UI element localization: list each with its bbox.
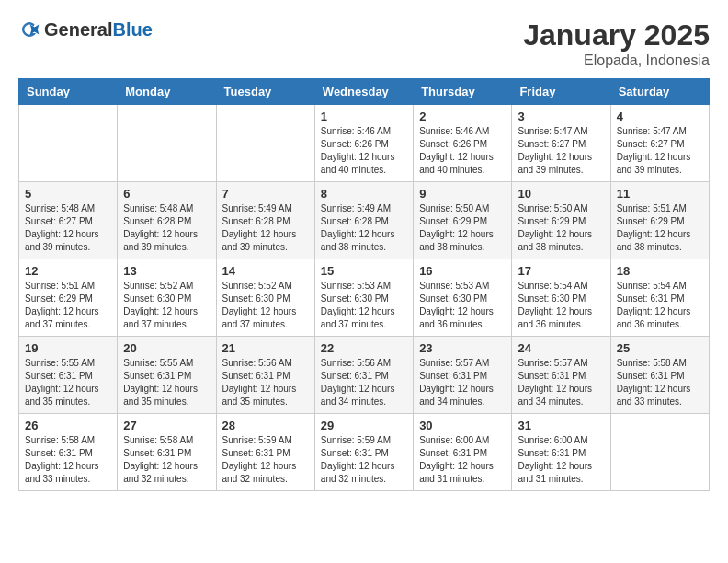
day-number: 16 bbox=[419, 264, 506, 278]
day-info: Sunrise: 5:48 AM Sunset: 6:28 PM Dayligh… bbox=[123, 202, 210, 254]
table-row: 25Sunrise: 5:58 AM Sunset: 6:31 PM Dayli… bbox=[610, 337, 709, 414]
day-info: Sunrise: 5:48 AM Sunset: 6:27 PM Dayligh… bbox=[25, 202, 111, 254]
table-row: 14Sunrise: 5:52 AM Sunset: 6:30 PM Dayli… bbox=[216, 259, 314, 337]
calendar-week-row: 5Sunrise: 5:48 AM Sunset: 6:27 PM Daylig… bbox=[19, 182, 710, 259]
day-info: Sunrise: 5:56 AM Sunset: 6:31 PM Dayligh… bbox=[321, 357, 407, 408]
day-info: Sunrise: 5:46 AM Sunset: 6:26 PM Dayligh… bbox=[419, 125, 506, 177]
table-row: 30Sunrise: 6:00 AM Sunset: 6:31 PM Dayli… bbox=[414, 414, 512, 491]
day-info: Sunrise: 5:47 AM Sunset: 6:27 PM Dayligh… bbox=[617, 125, 703, 177]
day-number: 19 bbox=[25, 341, 111, 355]
table-row: 24Sunrise: 5:57 AM Sunset: 6:31 PM Dayli… bbox=[512, 337, 610, 414]
table-row: 21Sunrise: 5:56 AM Sunset: 6:31 PM Dayli… bbox=[216, 337, 314, 414]
day-number: 3 bbox=[518, 109, 604, 123]
day-number: 25 bbox=[617, 341, 703, 355]
page-header: GeneralBlue January 2025 Elopada, Indone… bbox=[18, 18, 710, 69]
header-tuesday: Tuesday bbox=[216, 79, 314, 105]
day-number: 31 bbox=[518, 419, 604, 432]
day-info: Sunrise: 5:55 AM Sunset: 6:31 PM Dayligh… bbox=[123, 357, 210, 408]
day-info: Sunrise: 5:50 AM Sunset: 6:29 PM Dayligh… bbox=[419, 202, 506, 254]
day-info: Sunrise: 5:49 AM Sunset: 6:28 PM Dayligh… bbox=[321, 202, 407, 254]
table-row: 4Sunrise: 5:47 AM Sunset: 6:27 PM Daylig… bbox=[610, 105, 709, 182]
header-friday: Friday bbox=[512, 79, 610, 105]
table-row: 18Sunrise: 5:54 AM Sunset: 6:31 PM Dayli… bbox=[610, 259, 709, 337]
day-number: 18 bbox=[617, 264, 703, 278]
day-info: Sunrise: 5:59 AM Sunset: 6:31 PM Dayligh… bbox=[321, 434, 407, 486]
day-info: Sunrise: 5:46 AM Sunset: 6:26 PM Dayligh… bbox=[321, 125, 407, 177]
logo-blue-text: Blue bbox=[112, 19, 152, 40]
day-number: 9 bbox=[419, 187, 506, 201]
logo-icon bbox=[18, 18, 40, 40]
day-info: Sunrise: 5:53 AM Sunset: 6:30 PM Dayligh… bbox=[419, 280, 506, 331]
table-row: 2Sunrise: 5:46 AM Sunset: 6:26 PM Daylig… bbox=[414, 105, 512, 182]
day-number: 20 bbox=[123, 341, 210, 355]
table-row: 29Sunrise: 5:59 AM Sunset: 6:31 PM Dayli… bbox=[314, 414, 413, 491]
day-number: 22 bbox=[321, 341, 407, 355]
day-info: Sunrise: 5:52 AM Sunset: 6:30 PM Dayligh… bbox=[222, 280, 309, 331]
day-number: 14 bbox=[222, 264, 309, 278]
header-thursday: Thursday bbox=[414, 79, 512, 105]
table-row bbox=[19, 105, 118, 182]
calendar-header-row: Sunday Monday Tuesday Wednesday Thursday… bbox=[19, 79, 710, 105]
month-title: January 2025 bbox=[523, 18, 710, 52]
day-number: 28 bbox=[222, 419, 309, 432]
table-row: 3Sunrise: 5:47 AM Sunset: 6:27 PM Daylig… bbox=[512, 105, 610, 182]
day-number: 15 bbox=[321, 264, 407, 278]
day-number: 6 bbox=[123, 187, 210, 201]
day-number: 8 bbox=[321, 187, 407, 201]
day-info: Sunrise: 5:52 AM Sunset: 6:30 PM Dayligh… bbox=[123, 280, 210, 331]
table-row: 23Sunrise: 5:57 AM Sunset: 6:31 PM Dayli… bbox=[414, 337, 512, 414]
table-row: 15Sunrise: 5:53 AM Sunset: 6:30 PM Dayli… bbox=[314, 259, 413, 337]
calendar-week-row: 1Sunrise: 5:46 AM Sunset: 6:26 PM Daylig… bbox=[19, 105, 710, 182]
day-info: Sunrise: 5:53 AM Sunset: 6:30 PM Dayligh… bbox=[321, 280, 407, 331]
header-wednesday: Wednesday bbox=[314, 79, 413, 105]
day-info: Sunrise: 5:57 AM Sunset: 6:31 PM Dayligh… bbox=[518, 357, 604, 408]
calendar-week-row: 19Sunrise: 5:55 AM Sunset: 6:31 PM Dayli… bbox=[19, 337, 710, 414]
table-row: 12Sunrise: 5:51 AM Sunset: 6:29 PM Dayli… bbox=[19, 259, 118, 337]
table-row: 9Sunrise: 5:50 AM Sunset: 6:29 PM Daylig… bbox=[414, 182, 512, 259]
table-row: 13Sunrise: 5:52 AM Sunset: 6:30 PM Dayli… bbox=[118, 259, 216, 337]
header-monday: Monday bbox=[118, 79, 216, 105]
day-info: Sunrise: 6:00 AM Sunset: 6:31 PM Dayligh… bbox=[419, 434, 506, 486]
day-info: Sunrise: 5:47 AM Sunset: 6:27 PM Dayligh… bbox=[518, 125, 604, 177]
day-number: 2 bbox=[419, 109, 506, 123]
table-row: 20Sunrise: 5:55 AM Sunset: 6:31 PM Dayli… bbox=[118, 337, 216, 414]
location-title: Elopada, Indonesia bbox=[523, 52, 710, 69]
day-number: 17 bbox=[518, 264, 604, 278]
table-row: 19Sunrise: 5:55 AM Sunset: 6:31 PM Dayli… bbox=[19, 337, 118, 414]
title-section: January 2025 Elopada, Indonesia bbox=[523, 18, 710, 69]
day-number: 1 bbox=[321, 109, 407, 123]
day-info: Sunrise: 5:55 AM Sunset: 6:31 PM Dayligh… bbox=[25, 357, 111, 408]
day-number: 27 bbox=[123, 419, 210, 432]
day-info: Sunrise: 5:57 AM Sunset: 6:31 PM Dayligh… bbox=[419, 357, 506, 408]
table-row: 17Sunrise: 5:54 AM Sunset: 6:30 PM Dayli… bbox=[512, 259, 610, 337]
table-row: 8Sunrise: 5:49 AM Sunset: 6:28 PM Daylig… bbox=[314, 182, 413, 259]
day-info: Sunrise: 5:50 AM Sunset: 6:29 PM Dayligh… bbox=[518, 202, 604, 254]
calendar-week-row: 12Sunrise: 5:51 AM Sunset: 6:29 PM Dayli… bbox=[19, 259, 710, 337]
table-row: 31Sunrise: 6:00 AM Sunset: 6:31 PM Dayli… bbox=[512, 414, 610, 491]
day-info: Sunrise: 5:58 AM Sunset: 6:31 PM Dayligh… bbox=[123, 434, 210, 486]
header-sunday: Sunday bbox=[19, 79, 118, 105]
table-row: 28Sunrise: 5:59 AM Sunset: 6:31 PM Dayli… bbox=[216, 414, 314, 491]
day-number: 7 bbox=[222, 187, 309, 201]
day-number: 5 bbox=[25, 187, 111, 201]
table-row: 27Sunrise: 5:58 AM Sunset: 6:31 PM Dayli… bbox=[118, 414, 216, 491]
table-row: 16Sunrise: 5:53 AM Sunset: 6:30 PM Dayli… bbox=[414, 259, 512, 337]
day-number: 26 bbox=[25, 419, 111, 432]
table-row: 1Sunrise: 5:46 AM Sunset: 6:26 PM Daylig… bbox=[314, 105, 413, 182]
calendar-table: Sunday Monday Tuesday Wednesday Thursday… bbox=[18, 78, 710, 491]
day-info: Sunrise: 5:54 AM Sunset: 6:30 PM Dayligh… bbox=[518, 280, 604, 331]
day-number: 24 bbox=[518, 341, 604, 355]
day-number: 30 bbox=[419, 419, 506, 432]
calendar-week-row: 26Sunrise: 5:58 AM Sunset: 6:31 PM Dayli… bbox=[19, 414, 710, 491]
day-number: 21 bbox=[222, 341, 309, 355]
day-info: Sunrise: 5:56 AM Sunset: 6:31 PM Dayligh… bbox=[222, 357, 309, 408]
day-number: 23 bbox=[419, 341, 506, 355]
table-row bbox=[610, 414, 709, 491]
day-info: Sunrise: 5:59 AM Sunset: 6:31 PM Dayligh… bbox=[222, 434, 309, 486]
table-row: 22Sunrise: 5:56 AM Sunset: 6:31 PM Dayli… bbox=[314, 337, 413, 414]
day-info: Sunrise: 5:49 AM Sunset: 6:28 PM Dayligh… bbox=[222, 202, 309, 254]
table-row bbox=[216, 105, 314, 182]
day-number: 13 bbox=[123, 264, 210, 278]
day-number: 4 bbox=[617, 109, 703, 123]
table-row: 6Sunrise: 5:48 AM Sunset: 6:28 PM Daylig… bbox=[118, 182, 216, 259]
